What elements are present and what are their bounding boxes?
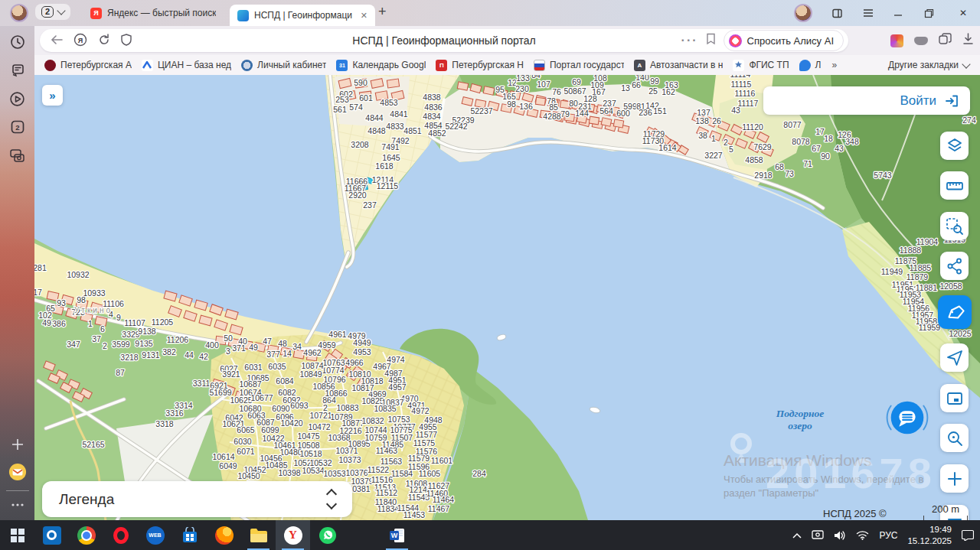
taskbar-outlook-icon[interactable] <box>34 520 69 550</box>
map-label: 69 <box>572 77 581 86</box>
bookmark-item[interactable]: ЦИАН – база нед <box>142 60 231 71</box>
taskbar-whatsapp-icon[interactable] <box>310 520 345 550</box>
profile-avatar-right[interactable] <box>794 4 812 22</box>
bookmarks-overflow-button[interactable]: » <box>831 60 837 70</box>
map-label: 11601 <box>431 456 453 465</box>
share-button[interactable] <box>940 252 969 280</box>
close-window-button[interactable]: ✕ <box>953 3 973 23</box>
start-button[interactable] <box>0 520 34 550</box>
tab-nspd-active[interactable]: НСПД | Геоинформаци ✕ <box>230 5 375 26</box>
map-label: 10450 <box>237 471 260 480</box>
bookmark-item[interactable]: ФГИС ТП <box>733 60 789 71</box>
map-label: 11522 <box>368 465 390 474</box>
taskbar-yandex-browser-icon[interactable]: Y <box>276 520 310 550</box>
more-actions-icon[interactable]: ··· <box>681 34 698 47</box>
map-label: 87 <box>116 368 125 377</box>
map-label: 98 <box>507 99 516 109</box>
chat-assistant-button[interactable] <box>884 394 931 441</box>
bookmark-favicon <box>733 60 744 71</box>
ask-alice-button[interactable]: Спросить Алису AI <box>724 30 844 51</box>
map-label: 10817 <box>351 383 374 392</box>
map-label: 3208 <box>351 140 369 149</box>
taskbar-web-app-icon[interactable]: WEB <box>138 520 172 550</box>
bookmark-item[interactable]: Петербургская А <box>44 60 132 71</box>
tray-expand-icon[interactable] <box>792 532 802 539</box>
sidebar-add-icon[interactable] <box>8 435 27 454</box>
restore-button[interactable] <box>919 3 939 23</box>
bookmark-item[interactable]: Портал государст <box>534 60 624 71</box>
map-label: 37 <box>92 334 101 343</box>
draw-tool-button-active[interactable] <box>938 295 972 329</box>
lake-label-line1: Подгорное <box>776 408 825 419</box>
map-label: 52242 <box>445 122 467 131</box>
map-label: 50 <box>224 334 233 343</box>
map-label: 26 <box>712 116 721 125</box>
play-media-icon[interactable] <box>8 89 27 108</box>
omnibox[interactable]: Я НСПД | Геоинформационный портал ··· Сп… <box>40 29 848 52</box>
map-label: 11576 <box>416 447 438 456</box>
side-panel-icon[interactable] <box>827 3 847 23</box>
map-copyright: НСПД 2025 © <box>823 508 887 519</box>
alice-label: Спросить Алису AI <box>747 35 834 47</box>
language-indicator[interactable]: РУС <box>879 530 897 541</box>
expand-sidebar-button[interactable]: » <box>42 85 63 106</box>
map-label: 8078 <box>792 137 810 146</box>
taskbar-firefox-icon[interactable] <box>207 520 241 550</box>
downloads-icon[interactable] <box>962 33 974 48</box>
map-label: 133 <box>516 75 530 83</box>
notification-center-icon[interactable] <box>962 529 974 541</box>
map-label: 47 <box>263 337 272 346</box>
my-location-button[interactable] <box>940 343 969 372</box>
minimize-button[interactable] <box>888 3 908 23</box>
search-object-button[interactable] <box>940 424 969 452</box>
tab-groups-icon[interactable] <box>939 33 952 48</box>
bookmark-item[interactable]: 31 Календарь Googl <box>336 60 426 71</box>
other-bookmarks-button[interactable]: Другие закладки <box>888 60 969 70</box>
map-label: 10472 <box>308 422 330 431</box>
bookmark-favicon <box>534 60 545 71</box>
map-label: 17 <box>34 288 42 297</box>
map-label: 10518 <box>299 449 322 458</box>
extension-icon[interactable] <box>890 34 903 47</box>
incognito-mask-icon[interactable] <box>914 37 928 45</box>
map-canvas[interactable]: 5906022536015745613208485348444841483348… <box>34 75 980 520</box>
bookmark-flag-icon[interactable] <box>706 33 716 48</box>
login-panel[interactable]: Войти <box>763 86 970 115</box>
profile-avatar[interactable] <box>10 4 28 22</box>
map-label: 12058 <box>939 282 962 291</box>
minimap-button[interactable] <box>940 384 969 412</box>
screenshot-icon[interactable] <box>8 146 27 164</box>
map-label: 107 <box>537 80 550 89</box>
bookmark-item[interactable]: А Автозапчасти в н <box>634 60 723 71</box>
bookmark-item[interactable]: Л <box>799 60 822 71</box>
zoom-in-button[interactable] <box>940 464 969 493</box>
bookmark-item[interactable]: Личный кабинет <box>241 60 326 71</box>
notes-icon[interactable] <box>8 61 27 80</box>
taskbar-clock[interactable]: 19:4915.12.2025 <box>907 524 952 546</box>
close-tab-icon[interactable]: ✕ <box>361 11 368 21</box>
taskbar-store-icon[interactable] <box>172 520 207 550</box>
connect-device-icon[interactable] <box>812 530 824 541</box>
ruler-button[interactable] <box>940 171 969 200</box>
area-search-button[interactable] <box>940 212 969 240</box>
sidebar-more-icon[interactable] <box>8 496 27 514</box>
map-label: 11949 <box>881 267 903 276</box>
mail-icon[interactable] <box>8 463 27 481</box>
taskbar-chrome-icon[interactable] <box>69 520 103 550</box>
taskbar-opera-icon[interactable] <box>103 520 138 550</box>
tabs-panel-icon[interactable]: 2 <box>8 118 27 136</box>
taskbar-explorer-icon[interactable] <box>241 520 276 550</box>
wifi-icon[interactable] <box>856 530 869 540</box>
history-icon[interactable] <box>8 33 27 51</box>
map-label: 4949 <box>353 338 371 347</box>
tab-yandex-search[interactable]: Я Яндекс — быстрый поиск <box>83 3 224 23</box>
legend-panel[interactable]: Легенда <box>42 481 352 517</box>
new-tab-button[interactable]: + <box>378 4 387 20</box>
menu-icon[interactable] <box>858 3 878 23</box>
layers-button[interactable] <box>940 132 969 160</box>
bookmark-item[interactable]: П Петербургская Н <box>436 60 524 71</box>
volume-icon[interactable] <box>834 530 846 541</box>
taskbar-word-icon[interactable]: W <box>380 520 414 550</box>
legend-collapse-icon[interactable] <box>328 490 335 508</box>
tab-counter[interactable]: 2 <box>35 4 70 20</box>
